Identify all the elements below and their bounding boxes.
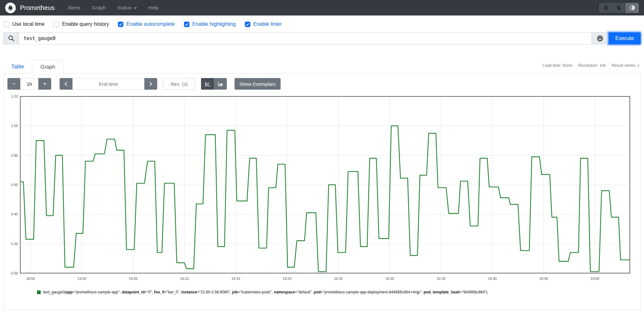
chevron-down-icon (134, 7, 137, 9)
option-use-local-time[interactable]: Use local time (4, 21, 44, 27)
tab-graph[interactable]: Graph (32, 60, 63, 74)
svg-text:19:10: 19:10 (180, 277, 189, 281)
graph-panel: − + (3, 74, 641, 310)
resolution-input[interactable] (163, 78, 195, 90)
checkbox-icon[interactable] (245, 22, 250, 27)
svg-text:19:25: 19:25 (334, 277, 343, 281)
brand[interactable]: Prometheus (5, 3, 55, 13)
end-time-input[interactable] (72, 78, 144, 90)
svg-text:18:55: 18:55 (26, 277, 35, 281)
option-label: Enable autocomplete (126, 21, 175, 27)
svg-text:19:05: 19:05 (129, 277, 138, 281)
checkbox-icon[interactable] (184, 22, 189, 27)
option-label: Enable highlighting (192, 21, 236, 27)
svg-text:0.20: 0.20 (11, 242, 18, 246)
option-enable-linter[interactable]: Enable linter (245, 21, 282, 27)
nav-link-alerts[interactable]: Alerts (68, 5, 81, 11)
svg-text:19:50: 19:50 (591, 277, 600, 281)
series-label[interactable]: test_gauge0{app="prometheus-sample-app",… (43, 290, 487, 294)
nav-links: Alerts Graph Status Help (68, 5, 159, 11)
range-input[interactable] (20, 78, 38, 90)
svg-text:19:40: 19:40 (488, 277, 497, 281)
prometheus-logo-icon (5, 3, 16, 13)
result-series: Result series: 1 (612, 63, 639, 68)
range-group: − + (7, 78, 51, 90)
load-time: Load time: 91ms (543, 63, 572, 68)
theme-toggle-group (599, 3, 639, 13)
checkbox-icon[interactable] (53, 22, 59, 27)
checkbox-icon[interactable] (4, 22, 9, 27)
series-color-swatch (37, 291, 41, 294)
dark-mode-moon-icon[interactable] (612, 3, 626, 13)
svg-text:0.60: 0.60 (11, 183, 18, 187)
option-enable-query-history[interactable]: Enable query history (53, 21, 109, 27)
nav-link-help[interactable]: Help (149, 5, 159, 11)
option-enable-highlighting[interactable]: Enable highlighting (184, 21, 236, 27)
end-time-group (60, 78, 157, 90)
svg-text:19:00: 19:00 (77, 277, 86, 281)
range-decrease-button[interactable]: − (7, 78, 20, 90)
svg-text:1.20: 1.20 (11, 94, 18, 98)
svg-text:19:30: 19:30 (385, 277, 394, 281)
range-increase-button[interactable]: + (38, 78, 51, 90)
query-stats: Load time: 91ms Resolution: 14s Result s… (543, 63, 639, 68)
svg-text:1.00: 1.00 (11, 124, 18, 128)
search-icon (3, 32, 19, 44)
query-expression-input[interactable] (19, 32, 592, 44)
metrics-explorer-globe-icon[interactable] (592, 32, 609, 44)
execute-button[interactable]: Execute (609, 32, 641, 44)
tabs-row: Table Graph Load time: 91ms Resolution: … (3, 60, 641, 74)
show-exemplars-button[interactable]: Show Exemplars (235, 78, 281, 90)
graph-controls: − + (7, 78, 637, 90)
line-chart-icon[interactable] (201, 78, 214, 90)
svg-text:0.00: 0.00 (11, 271, 18, 275)
time-forward-button[interactable] (144, 78, 157, 90)
checkbox-icon[interactable] (118, 22, 123, 27)
option-enable-autocomplete[interactable]: Enable autocomplete (118, 21, 175, 27)
option-label: Use local time (12, 21, 44, 27)
brand-title: Prometheus (20, 4, 55, 12)
query-row: Execute (3, 32, 641, 44)
chart-type-toggle (201, 78, 227, 90)
svg-text:19:20: 19:20 (283, 277, 292, 281)
tab-table[interactable]: Table (3, 60, 32, 73)
option-label: Enable linter (253, 21, 282, 27)
svg-text:19:45: 19:45 (539, 277, 548, 281)
legend: test_gauge0{app="prometheus-sample-app",… (37, 290, 637, 294)
svg-text:19:15: 19:15 (231, 277, 240, 281)
auto-theme-contrast-icon[interactable] (626, 3, 639, 13)
option-label: Enable query history (62, 21, 109, 27)
svg-text:19:35: 19:35 (437, 277, 446, 281)
time-back-button[interactable] (60, 78, 72, 90)
nav-link-graph[interactable]: Graph (92, 5, 106, 11)
stacked-chart-icon[interactable] (214, 78, 227, 90)
graph-svg[interactable]: 0.000.200.400.600.801.001.2018:5519:0019… (7, 94, 636, 281)
svg-text:0.40: 0.40 (11, 212, 18, 216)
settings-gear-icon[interactable] (599, 3, 612, 13)
nav-link-status[interactable]: Status (118, 5, 137, 11)
svg-text:0.80: 0.80 (11, 153, 18, 157)
options-row: Use local time Enable query history Enab… (0, 15, 644, 28)
resolution: Resolution: 14s (578, 63, 606, 68)
navbar: Prometheus Alerts Graph Status Help (0, 0, 644, 15)
